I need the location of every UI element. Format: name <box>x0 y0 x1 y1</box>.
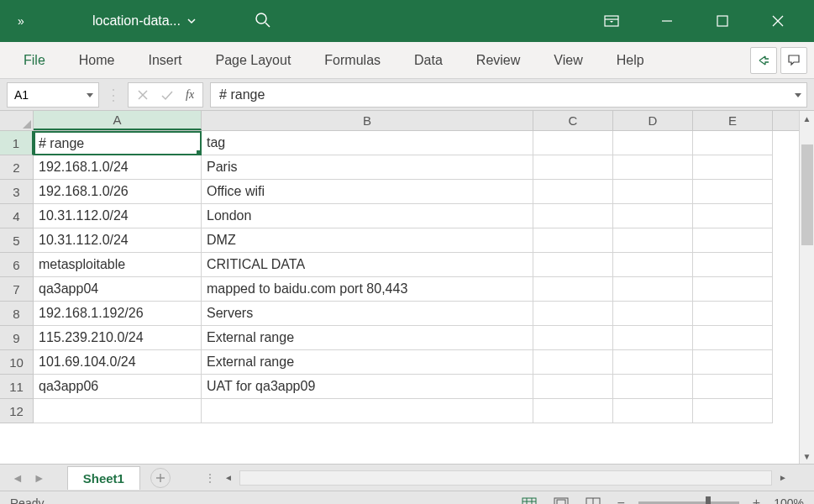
col-header-a[interactable]: A <box>34 111 202 130</box>
cell-E7[interactable] <box>693 277 773 302</box>
sheet-tab-sheet1[interactable]: Sheet1 <box>67 466 140 490</box>
cell-A7[interactable]: qa3app04 <box>34 277 202 302</box>
cell-B9[interactable]: External range <box>202 326 533 350</box>
cell-D4[interactable] <box>613 204 693 228</box>
name-box[interactable]: A1 <box>7 82 99 108</box>
cell-A6[interactable]: metasploitable <box>34 253 202 277</box>
add-sheet-button[interactable] <box>150 468 171 488</box>
cell-D9[interactable] <box>613 326 693 350</box>
cell-E2[interactable] <box>693 155 773 180</box>
cell-C7[interactable] <box>533 277 613 302</box>
cell-E3[interactable] <box>693 180 773 204</box>
zoom-level[interactable]: 100% <box>774 496 804 505</box>
cell-D7[interactable] <box>613 277 693 302</box>
quick-access-more[interactable]: » <box>0 14 42 28</box>
cell-E1[interactable] <box>693 131 773 155</box>
maximize-button[interactable] <box>703 8 742 34</box>
cell-E8[interactable] <box>693 302 773 326</box>
row-header[interactable]: 6 <box>0 253 34 277</box>
cell-C8[interactable] <box>533 302 613 326</box>
cell-C3[interactable] <box>533 180 613 204</box>
cell-C12[interactable] <box>533 399 613 423</box>
cell-D11[interactable] <box>613 375 693 399</box>
page-break-view-button[interactable] <box>582 495 604 505</box>
split-handle[interactable]: ⋮ <box>204 471 218 485</box>
tab-help[interactable]: Help <box>600 45 661 76</box>
cell-A3[interactable]: 192.168.1.0/26 <box>34 180 202 204</box>
cancel-icon[interactable] <box>137 89 149 101</box>
row-header[interactable]: 2 <box>0 155 34 180</box>
tab-formulas[interactable]: Formulas <box>307 45 397 76</box>
scroll-up-button[interactable]: ▲ <box>800 111 814 126</box>
cell-B10[interactable]: External range <box>202 350 533 375</box>
cell-C2[interactable] <box>533 155 613 180</box>
cell-E5[interactable] <box>693 228 773 253</box>
cell-B11[interactable]: UAT for qa3app09 <box>202 375 533 399</box>
col-header-c[interactable]: C <box>533 111 613 130</box>
comments-button[interactable] <box>780 47 807 74</box>
document-title[interactable]: location-data... <box>92 13 196 29</box>
row-header[interactable]: 12 <box>0 399 34 423</box>
cell-E9[interactable] <box>693 326 773 350</box>
tab-insert[interactable]: Insert <box>131 45 198 76</box>
close-button[interactable] <box>759 8 797 34</box>
cell-B3[interactable]: Office wifi <box>202 180 533 204</box>
cell-A10[interactable]: 101.69.104.0/24 <box>34 350 202 375</box>
page-layout-view-button[interactable] <box>550 495 572 505</box>
cell-D2[interactable] <box>613 155 693 180</box>
row-header[interactable]: 8 <box>0 302 34 326</box>
cell-C1[interactable] <box>533 131 613 155</box>
cell-C5[interactable] <box>533 228 613 253</box>
cell-E4[interactable] <box>693 204 773 228</box>
scroll-thumb[interactable] <box>801 144 813 245</box>
row-header[interactable]: 4 <box>0 204 34 228</box>
ribbon-display-button[interactable] <box>592 8 631 34</box>
hscroll-right[interactable]: ► <box>775 473 790 482</box>
cell-A1[interactable]: # range <box>34 131 202 155</box>
sheet-nav-next[interactable]: ► <box>29 471 50 485</box>
cell-E12[interactable] <box>693 399 773 423</box>
scroll-down-button[interactable]: ▼ <box>800 449 814 464</box>
row-header[interactable]: 7 <box>0 277 34 302</box>
cell-D8[interactable] <box>613 302 693 326</box>
cell-E11[interactable] <box>693 375 773 399</box>
cell-C4[interactable] <box>533 204 613 228</box>
hscroll-left[interactable]: ◄ <box>221 473 236 482</box>
vertical-scrollbar[interactable]: ▲ ▼ <box>799 111 814 464</box>
cell-D3[interactable] <box>613 180 693 204</box>
zoom-slider[interactable] <box>638 501 739 505</box>
cell-B6[interactable]: CRITICAL DATA <box>202 253 533 277</box>
tab-review[interactable]: Review <box>460 45 537 76</box>
col-header-b[interactable]: B <box>202 111 533 130</box>
search-button[interactable] <box>255 12 271 31</box>
tab-data[interactable]: Data <box>397 45 460 76</box>
cell-E10[interactable] <box>693 350 773 375</box>
cell-C6[interactable] <box>533 253 613 277</box>
cell-C11[interactable] <box>533 375 613 399</box>
cell-A8[interactable]: 192.168.1.192/26 <box>34 302 202 326</box>
col-header-d[interactable]: D <box>613 111 693 130</box>
zoom-slider-thumb[interactable] <box>706 496 711 505</box>
cell-A11[interactable]: qa3app06 <box>34 375 202 399</box>
cell-A2[interactable]: 192.168.1.0/24 <box>34 155 202 180</box>
cell-C9[interactable] <box>533 326 613 350</box>
row-header[interactable]: 5 <box>0 228 34 253</box>
horizontal-scrollbar[interactable] <box>239 470 772 486</box>
zoom-in-button[interactable]: + <box>749 496 764 505</box>
normal-view-button[interactable] <box>518 495 540 505</box>
cell-A4[interactable]: 10.31.112.0/24 <box>34 204 202 228</box>
cell-A5[interactable]: 10.31.112.0/24 <box>34 228 202 253</box>
select-all-corner[interactable] <box>0 111 34 130</box>
cell-B5[interactable]: DMZ <box>202 228 533 253</box>
formula-input[interactable]: # range <box>210 82 807 108</box>
fx-icon[interactable]: fx <box>186 88 194 102</box>
cell-B12[interactable] <box>202 399 533 423</box>
col-header-e[interactable]: E <box>693 111 773 130</box>
row-header[interactable]: 10 <box>0 350 34 375</box>
row-header[interactable]: 11 <box>0 375 34 399</box>
cell-B8[interactable]: Servers <box>202 302 533 326</box>
cell-A9[interactable]: 115.239.210.0/24 <box>34 326 202 350</box>
cell-D5[interactable] <box>613 228 693 253</box>
row-header[interactable]: 3 <box>0 180 34 204</box>
tab-file[interactable]: File <box>7 45 62 76</box>
